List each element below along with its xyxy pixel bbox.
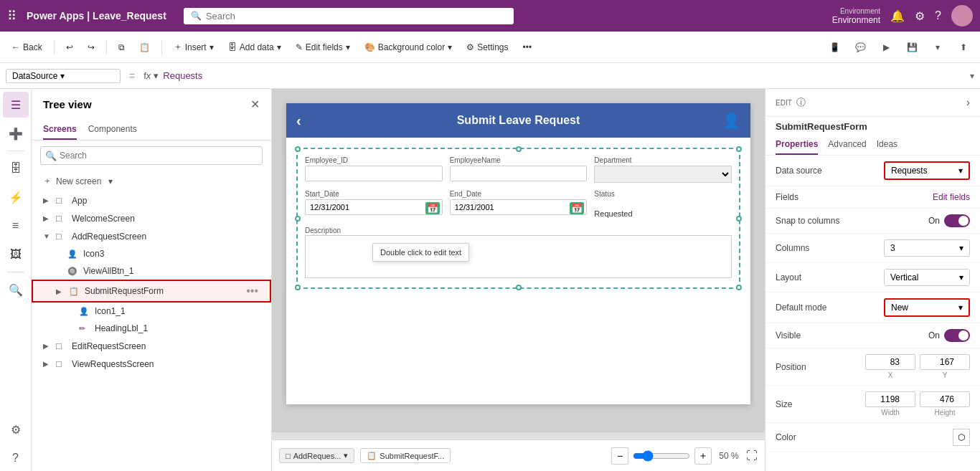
more-options-icon[interactable]: ••• xyxy=(246,285,258,298)
layout-dropdown[interactable]: Vertical ▾ xyxy=(884,269,970,286)
settings-gear-icon[interactable]: ⚙ xyxy=(915,9,925,23)
handle-bl[interactable] xyxy=(295,285,301,290)
snap-toggle[interactable] xyxy=(944,214,970,227)
canvas-back-icon[interactable]: ‹ xyxy=(296,113,301,129)
horizontal-scrollbar[interactable] xyxy=(272,432,765,439)
help-icon[interactable]: ? xyxy=(935,9,941,22)
comment-icon[interactable]: 💬 xyxy=(849,37,871,58)
input-end-date[interactable] xyxy=(450,199,588,215)
calendar-start-icon[interactable]: 📅 xyxy=(425,202,440,214)
tree-item-viewrequestsscreen[interactable]: ▶ □ ViewRequestsScreen xyxy=(32,355,271,373)
right-panel: EDIT ⓘ › SubmitRequestForm Properties Ad… xyxy=(765,89,980,471)
tab-advanced[interactable]: Advanced xyxy=(828,135,866,155)
insert-icon[interactable]: ➕ xyxy=(3,120,29,146)
color-picker[interactable]: ⬡ xyxy=(953,429,970,446)
tree-item-editrequestscreen[interactable]: ▶ □ EditRequestScreen xyxy=(32,337,271,355)
notification-icon[interactable]: 🔔 xyxy=(890,9,905,23)
cloud-save-icon[interactable]: ⬆ xyxy=(953,37,974,58)
background-color-button[interactable]: 🎨 Background color ▾ xyxy=(359,39,458,55)
size-width-input[interactable] xyxy=(865,391,915,407)
help-circle-icon[interactable]: ⓘ xyxy=(796,96,806,109)
more-button[interactable]: ••• xyxy=(517,39,538,55)
paste-button[interactable]: 📋 xyxy=(133,39,156,55)
sidebar-search-input[interactable] xyxy=(40,146,263,165)
global-search[interactable]: 🔍 xyxy=(184,8,514,24)
tree-item-addrequestscreen[interactable]: ▼ □ AddRequestScreen xyxy=(32,227,271,245)
sidebar-collapse-icon[interactable]: ✕ xyxy=(250,97,260,111)
handle-tl[interactable] xyxy=(295,146,301,152)
zoom-slider[interactable] xyxy=(633,450,690,462)
tab-properties[interactable]: Properties xyxy=(776,135,818,155)
handle-mr[interactable] xyxy=(736,216,742,222)
select-department[interactable] xyxy=(594,166,732,183)
preview-icon[interactable]: 📱 xyxy=(824,37,845,58)
handle-bm[interactable] xyxy=(516,285,522,290)
zoom-in-button[interactable]: ＋ xyxy=(694,447,712,465)
welcomescreen-label: WelcomeScreen xyxy=(72,214,260,224)
handle-br[interactable] xyxy=(736,285,742,290)
settings-left-icon[interactable]: ⚙ xyxy=(3,417,29,442)
input-employee-id[interactable] xyxy=(305,166,443,181)
media-icon[interactable]: 🖼 xyxy=(3,242,29,267)
avatar[interactable] xyxy=(951,5,973,27)
edit-fields-link[interactable]: Edit fields xyxy=(933,192,970,202)
tree-item-viewallbtn1[interactable]: 🔘 ViewAllBtn_1 xyxy=(32,262,271,280)
data-source-dropdown[interactable]: Requests ▾ xyxy=(884,161,970,180)
handle-tm[interactable] xyxy=(516,146,522,152)
search-left-icon[interactable]: 🔍 xyxy=(3,277,29,303)
default-mode-dropdown[interactable]: New ▾ xyxy=(884,298,970,317)
position-y-input[interactable] xyxy=(920,354,970,370)
input-employee-name[interactable] xyxy=(450,166,588,181)
handle-tr[interactable] xyxy=(736,146,742,152)
tree-view-icon[interactable]: ☰ xyxy=(3,92,29,118)
redo-button[interactable]: ↪ xyxy=(82,39,100,55)
save-icon[interactable]: 💾 xyxy=(901,37,923,58)
formula-value[interactable]: Requests xyxy=(163,70,966,81)
zoom-out-button[interactable]: − xyxy=(611,447,628,465)
status-value: Requested xyxy=(594,209,732,218)
canvas-scroll[interactable]: ‹ Submit Leave Request 👤 xyxy=(272,89,765,432)
tab-add-request[interactable]: □ AddReques... ▾ xyxy=(279,448,354,463)
copy-button[interactable]: ⧉ xyxy=(113,39,131,55)
handle-ml[interactable] xyxy=(295,216,301,222)
right-panel-collapse-icon[interactable]: › xyxy=(966,96,970,109)
chevron-right-icon[interactable]: ▾ xyxy=(927,37,948,58)
data-icon[interactable]: 🗄 xyxy=(3,156,29,181)
input-start-date[interactable] xyxy=(305,199,443,215)
undo-button[interactable]: ↩ xyxy=(60,39,79,55)
tree-item-welcomescreen[interactable]: ▶ □ WelcomeScreen xyxy=(32,209,271,227)
new-screen-button[interactable]: ＋ New screen ▾ xyxy=(32,171,271,191)
size-height-input[interactable] xyxy=(920,391,970,407)
edit-fields-button[interactable]: ✎ Edit fields ▾ xyxy=(290,39,356,55)
tree-item-icon3[interactable]: 👤 Icon3 xyxy=(32,245,271,262)
variables-icon[interactable]: ≡ xyxy=(3,213,29,239)
calendar-end-icon[interactable]: 📅 xyxy=(570,202,584,214)
tree-item-app[interactable]: ▶ □ App xyxy=(32,191,271,209)
tree-item-submitrequestform[interactable]: ▶ 📋 SubmitRequestForm ••• xyxy=(32,280,271,303)
tree-item-icon11[interactable]: 👤 Icon1_1 xyxy=(32,303,271,320)
power-automate-icon[interactable]: ⚡ xyxy=(3,184,29,210)
insert-button[interactable]: ＋ Insert ▾ xyxy=(168,38,220,56)
waffle-icon[interactable]: ⠿ xyxy=(7,8,17,24)
visible-toggle[interactable] xyxy=(944,329,970,342)
datasource-dropdown[interactable]: DataSource ▾ xyxy=(6,69,121,83)
columns-dropdown[interactable]: 3 ▾ xyxy=(884,239,970,257)
add-data-button[interactable]: 🗄 Add data ▾ xyxy=(222,39,287,55)
form-selected[interactable]: Employee_ID EmployeeName Department xyxy=(296,148,740,289)
position-x-input[interactable] xyxy=(865,354,915,370)
back-button[interactable]: ← Back xyxy=(6,39,48,55)
tree-item-headinglbl1[interactable]: ✏ HeadingLbl_1 xyxy=(32,320,271,337)
canvas-user-icon[interactable]: 👤 xyxy=(722,112,740,129)
expand-icon[interactable]: ▾ xyxy=(970,71,974,81)
fullscreen-icon[interactable]: ⛶ xyxy=(746,449,758,462)
tab-submit-request[interactable]: 📋 SubmitRequestF... xyxy=(360,448,451,463)
help-left-icon[interactable]: ? xyxy=(3,445,29,471)
search-input[interactable] xyxy=(206,11,507,22)
textarea-description[interactable] xyxy=(305,235,732,278)
tab-ideas[interactable]: Ideas xyxy=(877,135,897,155)
tab-screens[interactable]: Screens xyxy=(43,120,77,140)
tooltip-bubble: Double click to edit text xyxy=(372,243,469,262)
play-icon[interactable]: ▶ xyxy=(875,37,897,58)
settings-button[interactable]: ⚙ Settings xyxy=(461,39,514,55)
tab-components[interactable]: Components xyxy=(88,120,137,140)
